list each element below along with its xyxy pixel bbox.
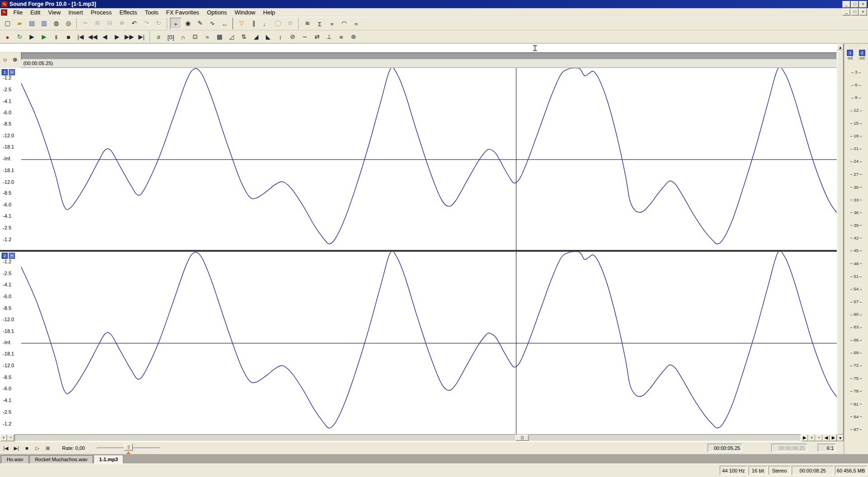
zoom-normal-button[interactable]: ▶ bbox=[801, 434, 808, 441]
pause-button[interactable]: ‖ bbox=[50, 31, 62, 43]
selection-end-field[interactable]: 00:00:08.25 bbox=[771, 444, 807, 452]
child-restore-button[interactable]: □ bbox=[851, 9, 859, 16]
record-button[interactable]: ● bbox=[2, 31, 14, 43]
pencil-tool-button[interactable]: ✎ bbox=[194, 18, 206, 29]
horizontal-scrollbar-thumb[interactable] bbox=[515, 435, 528, 440]
loop-playback-button[interactable]: ↻ bbox=[14, 31, 26, 43]
play-button[interactable]: ▷ bbox=[33, 443, 42, 453]
statistics-graph-button[interactable]: ▦ bbox=[214, 31, 226, 43]
scroll-left-button[interactable]: ◀ bbox=[823, 434, 830, 441]
tab-rocket-muchachos-wav[interactable]: Rocket Muchachos.wav bbox=[29, 455, 93, 463]
child-minimize-button[interactable]: _ bbox=[843, 9, 850, 16]
backward-button[interactable]: ◀ bbox=[99, 31, 111, 43]
save-button[interactable]: ▤ bbox=[26, 18, 38, 29]
tab-ho-wav[interactable]: Ho.wav bbox=[1, 455, 28, 463]
zoom-out-time-button[interactable]: − bbox=[816, 434, 823, 441]
stop-button[interactable]: ■ bbox=[22, 443, 32, 453]
zoom-ratio-field[interactable]: 6:1 bbox=[818, 444, 836, 452]
meter-dock-grip[interactable]: ······ bbox=[844, 44, 868, 49]
insert-region-button[interactable]: ∥ bbox=[248, 18, 260, 29]
menu-options[interactable]: Options bbox=[203, 8, 231, 16]
play-all-button[interactable]: ▶ bbox=[26, 31, 38, 43]
vertical-scrollbar[interactable]: ▲ ▼ bbox=[837, 44, 844, 441]
maximize-button[interactable]: □ bbox=[851, 1, 859, 8]
cut-button[interactable]: ✂ bbox=[80, 18, 91, 29]
fade-out-button[interactable]: ◣ bbox=[262, 31, 274, 43]
channel-2-badge[interactable]: 2 bbox=[2, 253, 8, 259]
scroll-up-button[interactable]: ▲ bbox=[837, 44, 844, 51]
edit-tool-button[interactable]: + bbox=[170, 18, 182, 29]
spectrum-analysis-button[interactable]: ≋ bbox=[302, 18, 313, 29]
snap-toggle-button[interactable]: ∪ bbox=[0, 54, 9, 65]
menu-effects[interactable]: Effects bbox=[116, 8, 141, 16]
marker-zero-button[interactable]: [0] bbox=[165, 31, 177, 43]
open-button[interactable]: ▰ bbox=[14, 18, 26, 29]
spectrum-graph-button[interactable]: ◿ bbox=[226, 31, 238, 43]
burn-cd-button[interactable]: ◎ bbox=[62, 18, 74, 29]
zoom-in-vertical-button[interactable]: + bbox=[0, 434, 7, 441]
repeat-button[interactable]: ↻ bbox=[153, 18, 165, 29]
forward-button[interactable]: ▶ bbox=[111, 31, 123, 43]
copy-button[interactable]: ⊞ bbox=[92, 18, 104, 29]
mute-button[interactable]: ⊘ bbox=[287, 31, 298, 43]
rate-slider-thumb[interactable] bbox=[124, 444, 133, 451]
scroll-down-button[interactable]: ▼ bbox=[837, 435, 844, 441]
go-to-end-button[interactable]: ▶| bbox=[12, 443, 21, 453]
overview-bar[interactable] bbox=[21, 52, 837, 60]
redo-button[interactable]: ↷ bbox=[141, 18, 152, 29]
channel-1-badge[interactable]: 1 bbox=[2, 69, 8, 75]
play-device-button[interactable]: ◯ bbox=[272, 18, 284, 29]
waveform-display-button[interactable]: ≈ bbox=[202, 31, 213, 43]
tab-1-1-mp3[interactable]: 1-1.mp3 bbox=[94, 455, 123, 464]
open-mixer-button[interactable]: ⊞ bbox=[43, 443, 53, 453]
minimize-button[interactable]: _ bbox=[843, 1, 850, 8]
magnify-tool-button[interactable]: ◉ bbox=[182, 18, 194, 29]
insert-marker-button[interactable]: ▽ bbox=[236, 18, 248, 29]
scroll-right-button[interactable]: ▶ bbox=[830, 434, 837, 441]
undo-button[interactable]: ↶ bbox=[128, 18, 140, 29]
menu-file[interactable]: File bbox=[9, 8, 27, 16]
channel-2-minimize-button[interactable]: ▪ bbox=[9, 253, 15, 259]
smooth-button[interactable]: ∼ bbox=[299, 31, 311, 43]
fade-in-button[interactable]: ◢ bbox=[250, 31, 262, 43]
fast-forward-button[interactable]: ▶▶ bbox=[123, 31, 135, 43]
menu-view[interactable]: View bbox=[44, 8, 65, 16]
channel-1-waveform[interactable] bbox=[21, 68, 837, 250]
go-to-end-button[interactable]: ▶| bbox=[136, 31, 147, 43]
eq-button[interactable]: ≡ bbox=[335, 31, 347, 43]
paste-button[interactable]: ⊟ bbox=[104, 18, 116, 29]
lock-toggle-button[interactable]: ⊕ bbox=[10, 54, 19, 65]
channel-separator[interactable] bbox=[0, 250, 837, 252]
marker-bar[interactable] bbox=[0, 44, 837, 53]
menu-insert[interactable]: Insert bbox=[65, 8, 87, 16]
menu-help[interactable]: Help bbox=[259, 8, 279, 16]
invert-button[interactable]: ↕ bbox=[274, 31, 286, 43]
channel-1-minimize-button[interactable]: ▪ bbox=[9, 69, 15, 75]
play-button[interactable]: ▶ bbox=[38, 31, 50, 43]
plugin-chainer-button[interactable]: ⊛ bbox=[348, 31, 359, 43]
loop-tuner-button[interactable]: ◠ bbox=[338, 18, 350, 29]
menu-tools[interactable]: Tools bbox=[141, 8, 162, 16]
channel-2-waveform[interactable] bbox=[21, 252, 837, 434]
stop-button[interactable]: ■ bbox=[62, 31, 74, 43]
zoom-in-time-button[interactable]: + bbox=[808, 434, 816, 441]
close-button[interactable]: × bbox=[859, 1, 867, 8]
go-to-start-button[interactable]: |◀ bbox=[75, 31, 86, 43]
record-mic-button[interactable]: ♩ bbox=[260, 18, 272, 29]
dc-offset-button[interactable]: ⊥ bbox=[323, 31, 335, 43]
horizontal-scrollbar-track[interactable] bbox=[14, 434, 801, 441]
crossfade-loop-button[interactable]: × bbox=[326, 18, 338, 29]
snap-button[interactable]: # bbox=[153, 31, 165, 43]
envelope-tool-button[interactable]: ∿ bbox=[207, 18, 218, 29]
event-tool-button[interactable]: ↔ bbox=[219, 18, 231, 29]
envelope-button[interactable]: ∩ bbox=[177, 31, 189, 43]
new-button[interactable]: ▢ bbox=[2, 18, 14, 29]
cursor-marker-icon[interactable] bbox=[533, 45, 537, 51]
extract-audio-button[interactable]: ◍ bbox=[50, 18, 62, 29]
pencil-wave-button[interactable]: ≈ bbox=[350, 18, 362, 29]
zoom-selection-button[interactable]: ⊡ bbox=[189, 31, 201, 43]
scan-levels-button[interactable]: ⊘ bbox=[284, 18, 296, 29]
vertical-scrollbar-thumb[interactable] bbox=[837, 50, 844, 435]
normalize-button[interactable]: ⇅ bbox=[238, 31, 250, 43]
mix-button[interactable]: ⊕ bbox=[116, 18, 128, 29]
